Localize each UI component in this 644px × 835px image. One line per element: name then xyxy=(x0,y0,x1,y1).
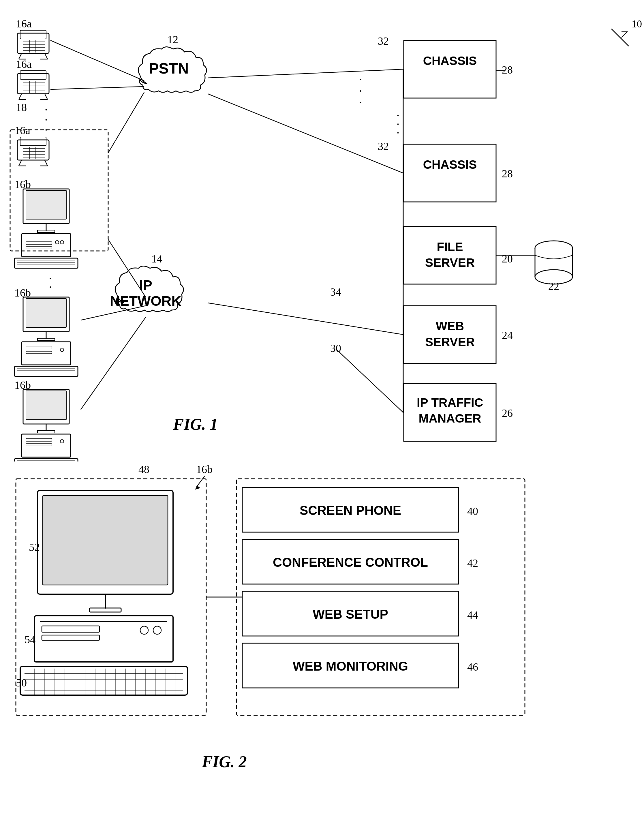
svg-line-136 xyxy=(336,349,403,413)
svg-text:22: 22 xyxy=(548,280,559,292)
svg-line-23 xyxy=(45,94,48,99)
svg-text:CHASSIS: CHASSIS xyxy=(423,54,477,68)
svg-rect-79 xyxy=(22,434,71,457)
svg-line-128 xyxy=(50,86,144,89)
svg-rect-61 xyxy=(26,299,67,327)
svg-rect-76 xyxy=(26,391,67,420)
svg-line-134 xyxy=(208,303,403,335)
svg-rect-152 xyxy=(43,495,168,585)
svg-text:CHASSIS: CHASSIS xyxy=(423,158,477,171)
svg-rect-98 xyxy=(404,144,496,202)
svg-text:16b: 16b xyxy=(15,379,31,391)
svg-text:WEB MONITORING: WEB MONITORING xyxy=(293,659,408,673)
svg-text:16a: 16a xyxy=(15,124,30,136)
svg-point-51 xyxy=(60,240,64,244)
svg-rect-55 xyxy=(15,258,78,268)
svg-line-148 xyxy=(196,476,205,487)
svg-text:16b: 16b xyxy=(15,178,31,190)
svg-line-127 xyxy=(50,41,144,81)
svg-text:WEB SETUP: WEB SETUP xyxy=(313,607,388,621)
svg-line-126 xyxy=(208,94,403,173)
svg-text:WEB: WEB xyxy=(436,319,464,333)
svg-text:34: 34 xyxy=(330,286,341,298)
svg-text:24: 24 xyxy=(502,329,513,341)
svg-rect-154 xyxy=(89,608,121,612)
svg-text:52: 52 xyxy=(29,541,40,553)
svg-rect-80 xyxy=(26,439,52,441)
svg-point-52 xyxy=(55,240,59,244)
svg-text:PSTN: PSTN xyxy=(149,60,189,77)
svg-rect-64 xyxy=(22,342,71,365)
svg-text:28: 28 xyxy=(502,64,513,76)
svg-text:10: 10 xyxy=(632,18,642,30)
svg-text:SERVER: SERVER xyxy=(425,335,475,349)
svg-text:42: 42 xyxy=(467,557,478,569)
svg-text:32: 32 xyxy=(378,35,389,47)
svg-rect-53 xyxy=(26,242,52,245)
svg-text:32: 32 xyxy=(378,140,389,152)
svg-line-129 xyxy=(108,92,144,153)
svg-text:SERVER: SERVER xyxy=(425,256,475,270)
svg-rect-81 xyxy=(26,443,52,446)
svg-text:16b: 16b xyxy=(15,287,31,299)
svg-text:26: 26 xyxy=(502,407,513,419)
svg-text:40: 40 xyxy=(467,505,478,517)
svg-text:16a: 16a xyxy=(16,58,32,70)
svg-text:CONFERENCE CONTROL: CONFERENCE CONTROL xyxy=(273,555,428,569)
svg-rect-158 xyxy=(42,626,99,632)
svg-rect-101 xyxy=(404,226,496,284)
svg-text:18: 18 xyxy=(16,101,27,113)
svg-text:20: 20 xyxy=(502,253,513,265)
svg-rect-33 xyxy=(20,137,46,146)
svg-line-22 xyxy=(19,94,22,99)
svg-rect-15 xyxy=(20,71,46,79)
svg-rect-49 xyxy=(22,234,71,257)
fig2-label: FIG. 2 xyxy=(201,753,247,771)
svg-text:·: · xyxy=(49,281,52,294)
svg-text:48: 48 xyxy=(138,463,149,475)
svg-rect-65 xyxy=(26,346,52,349)
svg-text:44: 44 xyxy=(467,609,478,621)
svg-text:NETWORK: NETWORK xyxy=(110,293,182,309)
svg-rect-66 xyxy=(26,351,52,354)
svg-rect-54 xyxy=(26,247,52,249)
svg-text:50: 50 xyxy=(16,677,27,689)
svg-rect-93 xyxy=(404,41,496,98)
svg-text:16b: 16b xyxy=(196,463,213,475)
svg-text:MANAGER: MANAGER xyxy=(419,412,481,425)
svg-point-67 xyxy=(60,348,64,352)
svg-text:54: 54 xyxy=(24,634,36,645)
svg-text:SCREEN PHONE: SCREEN PHONE xyxy=(300,503,401,517)
fig1-label: FIG. 1 xyxy=(173,415,218,433)
svg-text:28: 28 xyxy=(502,167,513,180)
svg-point-161 xyxy=(153,626,161,634)
svg-text:12: 12 xyxy=(167,34,178,45)
svg-text:16a: 16a xyxy=(16,18,32,30)
svg-rect-46 xyxy=(26,190,67,219)
svg-text:·: · xyxy=(359,96,362,109)
svg-rect-156 xyxy=(35,616,173,662)
svg-line-41 xyxy=(45,160,48,166)
svg-point-82 xyxy=(60,440,64,443)
svg-line-132 xyxy=(81,317,146,409)
svg-marker-149 xyxy=(195,486,200,490)
svg-text:IP TRAFFIC: IP TRAFFIC xyxy=(417,396,483,409)
svg-rect-2 xyxy=(20,30,46,39)
svg-rect-68 xyxy=(15,366,78,376)
svg-text:·: · xyxy=(397,126,400,140)
svg-text:46: 46 xyxy=(467,661,478,673)
svg-line-10 xyxy=(45,54,48,59)
svg-rect-105 xyxy=(404,306,496,364)
svg-line-40 xyxy=(19,160,22,166)
svg-text:14: 14 xyxy=(151,253,162,265)
svg-point-160 xyxy=(140,626,148,634)
svg-rect-159 xyxy=(42,635,99,640)
svg-line-125 xyxy=(208,69,403,78)
svg-text:FILE: FILE xyxy=(437,240,463,253)
